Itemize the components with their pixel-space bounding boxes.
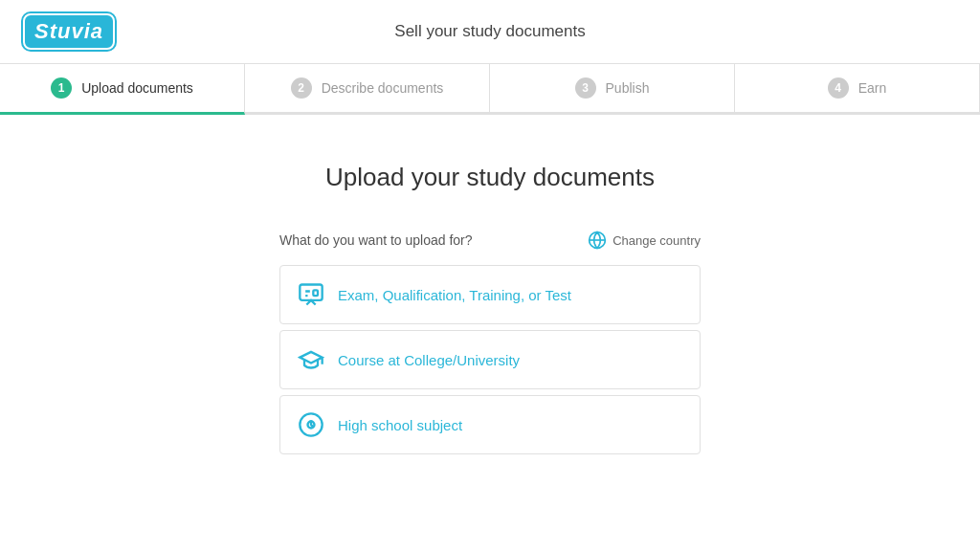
step-item-describe[interactable]: 2 Describe documents [245,64,490,112]
main-content: Upload your study documents What do you … [0,115,980,498]
header-title: Sell your study documents [394,22,585,41]
upload-section: What do you want to upload for? Change c… [279,231,701,460]
option-label-highschool: High school subject [338,417,462,433]
step-label-4: Earn [858,80,887,96]
steps-nav: 1 Upload documents 2 Describe documents … [0,64,980,115]
change-country-button[interactable]: Change country [588,231,701,250]
logo-box: Stuvia [23,13,115,50]
step-number-3: 3 [575,77,596,99]
step-label-1: Upload documents [81,80,193,96]
step-label-2: Describe documents [322,80,444,96]
step-number-1: 1 [51,77,72,99]
option-label-course: Course at College/University [338,352,520,368]
step-number-4: 4 [828,77,849,99]
logo-text: Stuvia [34,19,103,43]
logo[interactable]: Stuvia [23,13,115,50]
step-item-publish[interactable]: 3 Publish [490,64,735,112]
header: Stuvia Sell your study documents [0,0,980,64]
step-item-upload[interactable]: 1 Upload documents [0,64,245,115]
svg-rect-4 [313,290,318,296]
option-card-course[interactable]: Course at College/University [279,330,701,389]
step-number-2: 2 [291,77,312,99]
option-card-exam[interactable]: Exam, Qualification, Training, or Test [279,265,701,324]
exam-icon [298,281,324,308]
upload-question-text: What do you want to upload for? [279,232,473,248]
change-country-label: Change country [612,233,701,248]
option-label-exam: Exam, Qualification, Training, or Test [338,287,571,303]
page-title: Upload your study documents [325,163,655,192]
step-label-3: Publish [606,80,650,96]
upload-question-row: What do you want to upload for? Change c… [279,231,701,250]
option-card-highschool[interactable]: High school subject [279,395,701,454]
step-item-earn[interactable]: 4 Earn [735,64,980,112]
highschool-icon [298,411,324,438]
globe-icon [588,231,607,250]
course-icon [298,346,324,373]
